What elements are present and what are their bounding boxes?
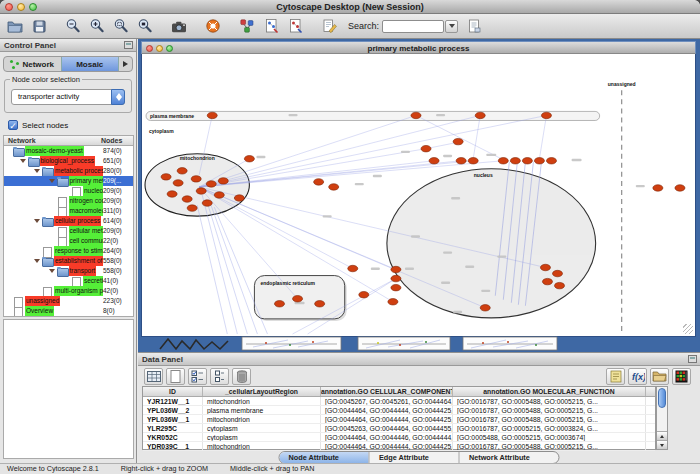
search-label: Search: xyxy=(348,21,379,31)
column-header-id[interactable]: ID xyxy=(143,387,203,396)
minimized-window-thumbnail[interactable] xyxy=(358,337,450,350)
zoom-selected-icon[interactable] xyxy=(134,16,156,36)
vizmapper-icon[interactable] xyxy=(236,16,258,36)
zoom-out-icon[interactable] xyxy=(62,16,84,36)
snapshot-icon[interactable] xyxy=(168,16,190,36)
svg-text:f(x): f(x) xyxy=(632,372,645,382)
unselect-attributes-icon[interactable] xyxy=(210,368,229,385)
import-attributes-icon[interactable] xyxy=(650,368,669,385)
zoom-in-icon[interactable] xyxy=(86,16,108,36)
import-network-icon[interactable] xyxy=(260,16,282,36)
notes-icon[interactable] xyxy=(606,368,625,385)
heatmap-icon[interactable] xyxy=(672,368,691,385)
nucleus-region[interactable] xyxy=(387,169,596,318)
help-icon[interactable] xyxy=(202,16,224,36)
tree-row[interactable]: macromolecule311(0) xyxy=(4,206,133,216)
file-icon xyxy=(42,287,52,296)
table-cell: [GO:0045263, GO:0044464, GO:0044455, G..… xyxy=(321,424,453,432)
table-cell: YDR039C__1 xyxy=(143,442,203,450)
float-panel-icon[interactable] xyxy=(688,355,697,363)
expander-icon[interactable] xyxy=(33,259,42,263)
tree-row[interactable]: primary metabo209(... xyxy=(4,176,133,186)
tree-row[interactable]: Overview8(0) xyxy=(4,306,133,316)
expander-icon[interactable] xyxy=(48,269,57,273)
table-scrollbar[interactable] xyxy=(656,386,668,450)
zoom-fit-icon[interactable] xyxy=(110,16,132,36)
control-panel: Control Panel Network Mosaic Node color … xyxy=(0,39,137,463)
delete-attribute-icon[interactable] xyxy=(232,368,251,385)
minimized-network-silhouette[interactable] xyxy=(160,339,228,349)
tree-row[interactable]: cellular metabol209(0) xyxy=(4,226,133,236)
search-options-icon[interactable] xyxy=(463,16,485,36)
select-nodes-checkbox[interactable] xyxy=(8,120,18,130)
tree-row[interactable]: transport558(0) xyxy=(4,266,133,276)
expander-icon[interactable] xyxy=(33,169,42,173)
table-row[interactable]: YJR121W__1mitochondrion[GO:0045267, GO:0… xyxy=(143,397,655,406)
network-canvas[interactable]: plasma membrane cytoplasm mitochondrion … xyxy=(141,54,696,337)
create-attribute-icon[interactable] xyxy=(166,368,185,385)
tab-network-attribute-browser[interactable]: Network Attribute Browser xyxy=(460,452,559,463)
minimized-window-thumbnail[interactable] xyxy=(242,337,341,350)
open-icon[interactable] xyxy=(4,16,26,36)
birds-eye-view[interactable] xyxy=(3,319,134,459)
plasma-membrane-label: plasma membrane xyxy=(150,113,194,119)
minimized-window-thumbnail[interactable] xyxy=(463,337,557,350)
tab-edge-attribute-browser[interactable]: Edge Attribute Browser xyxy=(370,452,460,463)
tree-row[interactable]: unassigned223(0) xyxy=(4,296,133,306)
network-column-header[interactable]: Network xyxy=(8,137,36,144)
minimized-windows-strip[interactable] xyxy=(138,336,700,351)
tree-row[interactable]: mosaic-demo-yeast874(0) xyxy=(4,146,133,156)
tree-row[interactable]: metabolic process280(0) xyxy=(4,166,133,176)
tree-row[interactable]: secretion41(0) xyxy=(4,276,133,286)
column-header-cellular-component[interactable]: annotation.GO CELLULAR_COMPONENT xyxy=(321,387,453,396)
mitochondrion-region[interactable] xyxy=(145,154,249,216)
expander-icon[interactable] xyxy=(19,159,28,163)
tree-row[interactable]: nucleobase-209(0) xyxy=(4,186,133,196)
expander-icon[interactable] xyxy=(33,219,42,223)
tree-row[interactable]: cell communicat22(0) xyxy=(4,236,133,246)
table-row[interactable]: YDR039C__1mitochondrion[GO:0044464, GO:0… xyxy=(143,442,655,451)
nodes-column-header[interactable]: Nodes xyxy=(101,137,122,144)
scroll-up-icon[interactable] xyxy=(657,431,667,440)
column-header-region[interactable]: _cellularLayoutRegion xyxy=(203,387,321,396)
save-icon[interactable] xyxy=(28,16,50,36)
network-view-titlebar[interactable]: primary metabolic process xyxy=(141,41,696,54)
search-combo-button[interactable] xyxy=(445,20,458,33)
scrollbar-thumb[interactable] xyxy=(658,388,666,408)
attribute-table-mode-icon[interactable] xyxy=(144,368,163,385)
tree-row[interactable]: response to stimulu264(0) xyxy=(4,246,133,256)
tab-network[interactable]: Network xyxy=(4,57,61,71)
table-row[interactable]: YLR295Ccytoplasm[GO:0045263, GO:0044464,… xyxy=(143,424,655,433)
node-color-dropdown[interactable]: transporter activity xyxy=(11,89,125,105)
resize-grip[interactable] xyxy=(683,324,693,334)
table-cell: [GO:0016787, GO:0005488, GO:0005215, G..… xyxy=(453,415,646,423)
table-row[interactable]: YPL036W__2plasma membrane[GO:0044464, GO… xyxy=(143,406,655,415)
tree-row[interactable]: multi-organism pro42(0) xyxy=(4,286,133,296)
folder-icon xyxy=(28,157,38,166)
select-nodes-option[interactable]: Select nodes xyxy=(8,119,68,131)
select-attributes-icon[interactable] xyxy=(188,368,207,385)
tree-row[interactable]: biological_process651(0) xyxy=(4,156,133,166)
network-tree: mosaic-demo-yeast874(0)biological_proces… xyxy=(3,146,134,317)
network-view-window[interactable]: primary metabolic process xyxy=(141,41,696,337)
file-icon xyxy=(57,197,67,206)
tab-node-attribute-browser[interactable]: Node Attribute Browser xyxy=(280,452,370,463)
tree-row[interactable]: cellular process614(0) xyxy=(4,216,133,226)
function-builder-icon[interactable]: f(x) xyxy=(628,368,647,385)
table-row[interactable]: YKR052Ccytoplasm[GO:0044464, GO:0044446,… xyxy=(143,433,655,442)
import-table-icon[interactable] xyxy=(284,16,306,36)
tree-row[interactable]: establishment of lo558(0) xyxy=(4,256,133,266)
search-input[interactable] xyxy=(382,20,444,33)
scroll-down-icon[interactable] xyxy=(657,440,667,449)
column-header-molecular-function[interactable]: annotation.GO MOLECULAR_FUNCTION xyxy=(453,387,646,396)
folder-icon xyxy=(42,167,52,176)
file-icon xyxy=(57,237,67,246)
tab-overflow-button[interactable] xyxy=(119,57,132,71)
attribute-table: ID _cellularLayoutRegion annotation.GO C… xyxy=(142,386,656,450)
expander-icon[interactable] xyxy=(48,179,57,183)
annotation-icon[interactable] xyxy=(318,16,340,36)
tab-mosaic[interactable]: Mosaic xyxy=(61,57,120,71)
float-panel-icon[interactable] xyxy=(124,41,133,49)
tree-row[interactable]: nitrogen compo209(0) xyxy=(4,196,133,206)
table-row[interactable]: YPL036W__1mitochondrion[GO:0044464, GO:0… xyxy=(143,415,655,424)
